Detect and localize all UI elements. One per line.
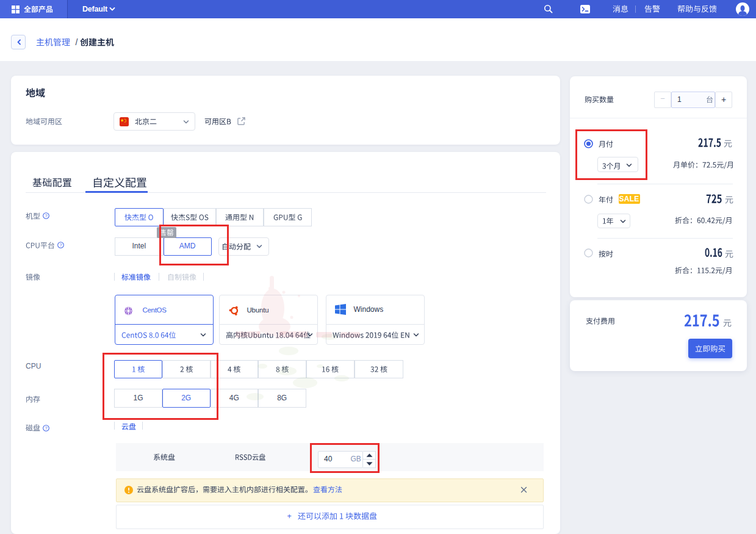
svg-text:?: ? <box>59 242 62 248</box>
svg-text:?: ? <box>45 213 47 218</box>
svg-text:?: ? <box>45 425 47 431</box>
